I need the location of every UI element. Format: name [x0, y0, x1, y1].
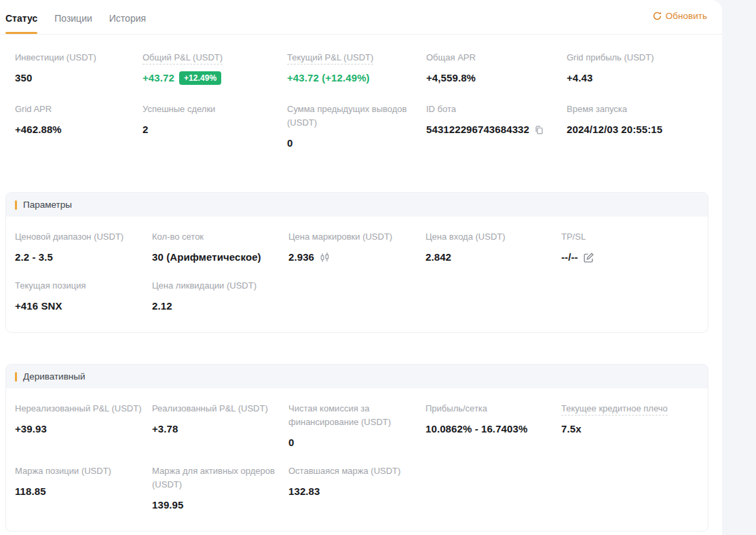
- param-price-range: Ценовой диапазон (USDT) 2.2 - 3.5: [15, 230, 152, 264]
- refresh-button[interactable]: Обновить: [652, 11, 707, 21]
- deriv-funding-fee: Чистая комиссия за финансирование (USDT)…: [288, 402, 426, 449]
- param-label: Цена ликвидации (USDT): [152, 280, 257, 291]
- deriv-label: Прибыль/сетка: [426, 403, 487, 413]
- parameters-grid: Ценовой диапазон (USDT) 2.2 - 3.5 Кол-во…: [6, 217, 708, 332]
- stat-current-pnl: Текущий P&L (USDT) +43.72 (+12.49%): [287, 51, 426, 85]
- candlestick-icon[interactable]: [319, 252, 330, 263]
- tab-history[interactable]: История: [109, 0, 146, 34]
- section-accent-bar: [15, 372, 17, 382]
- mark-price-value: 2.936: [288, 251, 314, 264]
- content-panel: Статус Позиции История Обновить Инвестиц…: [0, 0, 722, 535]
- stat-label: Общий P&L (USDT): [143, 52, 223, 64]
- param-label: Ценовой диапазон (USDT): [15, 232, 124, 242]
- deriv-label: Маржа для активных ордеров (USDT): [152, 466, 275, 490]
- parameters-card: Параметры Ценовой диапазон (USDT) 2.2 - …: [5, 192, 708, 333]
- derivative-card-header: Деривативный: [6, 365, 708, 388]
- deriv-value: 7.5x: [561, 422, 685, 436]
- deriv-value: 132.83: [288, 485, 416, 498]
- deriv-value: 139.95: [152, 498, 279, 512]
- param-value: +416 SNX: [15, 299, 143, 313]
- param-value: 2.12: [152, 299, 279, 313]
- deriv-value: +3.78: [152, 422, 279, 436]
- refresh-icon: [652, 11, 662, 21]
- deriv-label: Реализованный P&L (USDT): [152, 403, 268, 413]
- param-liquidation-price: Цена ликвидации (USDT) 2.12: [152, 279, 288, 313]
- stat-value: 2: [143, 123, 278, 136]
- bot-id-value: 543122296743684332: [426, 123, 529, 136]
- stat-value: +4.43: [567, 71, 699, 85]
- deriv-value: 0: [288, 436, 416, 449]
- pnl-percent-badge: +12.49%: [179, 71, 221, 85]
- param-label: TP/SL: [561, 232, 586, 242]
- stat-grid-profit: Grid прибыль (USDT) +4.43: [567, 51, 708, 85]
- deriv-value: 118.85: [15, 485, 143, 498]
- param-value: 30 (Арифметическое): [152, 251, 279, 264]
- stat-label: Успешные сделки: [143, 104, 215, 114]
- deriv-realized-pnl: Реализованный P&L (USDT) +3.78: [152, 402, 288, 449]
- deriv-label: Маржа позиции (USDT): [15, 466, 111, 476]
- derivative-grid: Нереализованный P&L (USDT) +39.93 Реализ…: [6, 388, 708, 531]
- deriv-current-leverage: Текущее кредитное плечо 7.5x: [561, 402, 694, 449]
- stat-start-time: Время запуска 2024/12/03 20:55:15: [567, 103, 708, 150]
- copy-icon[interactable]: [534, 125, 544, 135]
- stat-value: +43.72 +12.49%: [143, 71, 278, 85]
- deriv-label: Нереализованный P&L (USDT): [15, 403, 142, 413]
- deriv-position-margin: Маржа позиции (USDT) 118.85: [15, 464, 152, 512]
- deriv-active-orders-margin: Маржа для активных ордеров (USDT) 139.95: [152, 464, 288, 512]
- stat-label: Общая APR: [426, 52, 476, 62]
- tab-positions[interactable]: Позиции: [54, 0, 92, 34]
- stat-successful-trades: Успешные сделки 2: [143, 103, 287, 150]
- stat-previous-withdrawals: Сумма предыдущих выводов (USDT) 0: [287, 103, 426, 150]
- param-value: 2.936: [288, 251, 416, 264]
- section-title: Параметры: [23, 200, 72, 210]
- param-current-position: Текущая позиция +416 SNX: [15, 279, 152, 313]
- param-tpsl: TP/SL --/--: [561, 230, 694, 264]
- section-title: Деривативный: [23, 371, 86, 382]
- refresh-label: Обновить: [666, 11, 707, 21]
- stat-label: Текущий P&L (USDT): [287, 52, 373, 64]
- edit-icon[interactable]: [583, 252, 594, 263]
- stat-label: Время запуска: [567, 104, 627, 114]
- deriv-value: 10.0862% - 16.7403%: [426, 422, 552, 436]
- summary-stats: Инвестиции (USDT) 350 Общий P&L (USDT) +…: [0, 35, 722, 172]
- deriv-remaining-margin: Оставшаяся маржа (USDT) 132.83: [288, 464, 426, 512]
- param-value: 2.842: [426, 251, 552, 264]
- stat-label: Инвестиции (USDT): [15, 52, 96, 62]
- param-value: --/--: [561, 251, 685, 264]
- tab-bar: Статус Позиции История Обновить: [0, 0, 722, 35]
- param-value: 2.2 - 3.5: [15, 251, 143, 264]
- stat-value: 2024/12/03 20:55:15: [567, 123, 699, 136]
- param-mark-price: Цена маркировки (USDT) 2.936: [288, 230, 426, 264]
- deriv-value: +39.93: [15, 422, 143, 436]
- param-grid-count: Кол-во сеток 30 (Арифметическое): [152, 230, 288, 264]
- param-label: Цена входа (USDT): [426, 232, 506, 242]
- stat-value: 350: [15, 71, 133, 85]
- stat-total-apr: Общая APR +4,559.8%: [426, 51, 567, 85]
- stat-value: 543122296743684332: [426, 123, 557, 136]
- deriv-profit-per-grid: Прибыль/сетка 10.0862% - 16.7403%: [426, 402, 561, 449]
- stat-grid-apr: Grid APR +462.88%: [15, 103, 143, 150]
- stat-label: Grid APR: [15, 104, 52, 114]
- stat-value: +4,559.8%: [426, 71, 557, 85]
- stat-total-pnl: Общий P&L (USDT) +43.72 +12.49%: [143, 51, 287, 85]
- stat-value: +43.72 (+12.49%): [287, 71, 417, 85]
- tpsl-value: --/--: [561, 251, 578, 264]
- parameters-card-header: Параметры: [6, 193, 708, 217]
- stat-label: Grid прибыль (USDT): [567, 52, 654, 62]
- stat-bot-id: ID бота 543122296743684332: [426, 103, 567, 150]
- stat-value: 0: [287, 136, 417, 150]
- stat-label: Сумма предыдущих выводов (USDT): [287, 104, 407, 128]
- param-entry-price: Цена входа (USDT) 2.842: [426, 230, 561, 264]
- stat-investment: Инвестиции (USDT) 350: [15, 51, 143, 85]
- deriv-label: Текущее кредитное плечо: [561, 403, 668, 416]
- stat-label: ID бота: [426, 104, 456, 114]
- section-accent-bar: [15, 200, 17, 210]
- deriv-label: Чистая комиссия за финансирование (USDT): [288, 403, 391, 427]
- stat-value: +462.88%: [15, 123, 133, 136]
- derivative-card: Деривативный Нереализованный P&L (USDT) …: [5, 364, 708, 532]
- param-label: Текущая позиция: [15, 280, 86, 291]
- tab-status[interactable]: Статус: [5, 0, 37, 34]
- deriv-label: Оставшаяся маржа (USDT): [288, 466, 400, 476]
- pnl-amount: +43.72: [143, 71, 174, 85]
- deriv-unrealized-pnl: Нереализованный P&L (USDT) +39.93: [15, 402, 152, 449]
